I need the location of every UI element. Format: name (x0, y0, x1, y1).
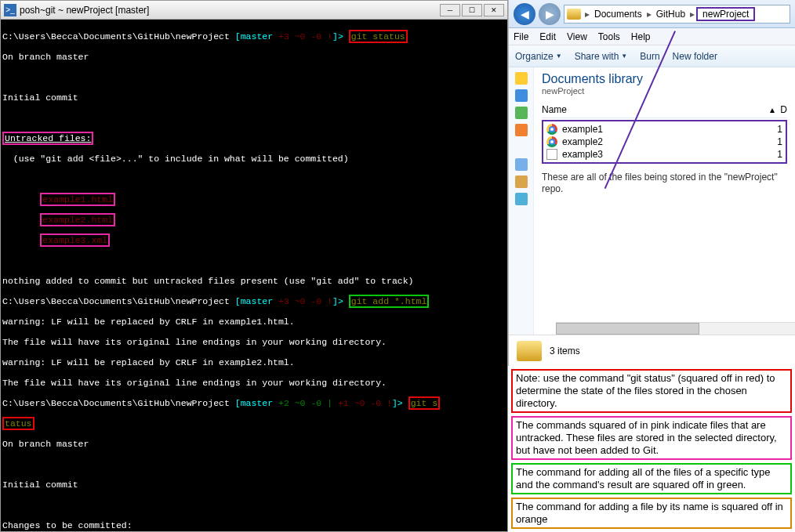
file-list: example1 1 example2 1 example3 1 (542, 120, 787, 164)
terminal-output[interactable]: C:\Users\Becca\Documents\GitHub\newProje… (1, 20, 507, 531)
note-pink: The commands squared of in pink indicate… (511, 416, 792, 460)
file-row[interactable]: example2 1 (546, 136, 782, 148)
library-title: Documents library (542, 72, 787, 86)
terminal-window: >_ posh~git ~ newProject [master] ─ ☐ ✕ … (0, 0, 508, 532)
menu-file[interactable]: File (514, 31, 528, 42)
nav-forward-button[interactable]: ▶ (539, 3, 561, 25)
chevron-right-icon: ▸ (583, 9, 591, 20)
untracked-files-box: example1.html (40, 193, 115, 206)
menu-edit[interactable]: Edit (539, 31, 556, 42)
folder-icon (517, 341, 542, 361)
powershell-icon: >_ (4, 4, 16, 16)
recent-icon[interactable] (515, 124, 528, 136)
maximize-button[interactable]: ☐ (462, 4, 482, 16)
menu-tools[interactable]: Tools (598, 31, 620, 42)
titlebar: >_ posh~git ~ newProject [master] ─ ☐ ✕ (1, 1, 507, 20)
toolbar-share[interactable]: Share with▼ (575, 51, 628, 62)
prompt-path: C:\Users\Becca\Documents\GitHub\newProje… (2, 31, 230, 42)
minimize-button[interactable]: ─ (440, 4, 460, 16)
folder-icon (567, 9, 581, 20)
file-name: example3 (562, 149, 772, 160)
explorer-statusbar: 3 items (509, 335, 795, 366)
note-red: Note: use the command "git status" (squa… (511, 369, 792, 413)
toolbar-newfolder[interactable]: New folder (673, 51, 717, 62)
explorer-sidebar (509, 67, 534, 335)
note-orange: The command for adding a file by its nam… (511, 498, 792, 529)
music-icon[interactable] (515, 193, 528, 205)
explorer-window: ◀ ▶ ▸ Documents ▸ GitHub ▸ newProject Fi… (508, 0, 795, 366)
desktop-icon[interactable] (515, 89, 528, 102)
crumb-documents[interactable]: Documents (591, 9, 645, 20)
chevron-right-icon: ▸ (645, 9, 653, 20)
cmd-git-status: git status (349, 30, 408, 43)
nav-back-button[interactable]: ◀ (514, 3, 535, 25)
chevron-right-icon: ▸ (688, 9, 696, 20)
menu-help[interactable]: Help (631, 31, 651, 42)
column-header[interactable]: Name ▴ D (542, 102, 787, 118)
horizontal-scrollbar[interactable] (556, 322, 795, 335)
sort-indicator-icon: ▴ (764, 104, 780, 115)
chevron-down-icon: ▼ (621, 52, 627, 60)
status-text: 3 items (550, 346, 580, 356)
documents-icon[interactable] (515, 176, 528, 188)
explorer-annotation: These are all of the files being stored … (542, 172, 787, 195)
chevron-down-icon: ▼ (556, 52, 562, 60)
chrome-icon (546, 136, 557, 147)
note-green: The command for adding all of the files … (511, 463, 792, 494)
annotation-notes: Note: use the command "git status" (squa… (508, 366, 795, 532)
cmd-git-add-html: git add *.html (349, 295, 430, 308)
col-name[interactable]: Name (542, 104, 764, 115)
chrome-icon (546, 124, 557, 135)
crumb-github[interactable]: GitHub (653, 9, 688, 20)
document-icon (546, 149, 557, 160)
file-name: example1 (562, 124, 772, 135)
toolbar-organize[interactable]: Organize▼ (515, 51, 562, 62)
crumb-newproject[interactable]: newProject (696, 7, 755, 21)
explorer-toolbar: Organize▼ Share with▼ Burn New folder (509, 45, 795, 67)
file-name: example2 (562, 136, 772, 147)
library-subtitle: newProject (542, 86, 787, 96)
cmd-git-status-wrap: git s (408, 396, 441, 410)
scrollbar-thumb[interactable] (556, 323, 699, 335)
explorer-main: Documents library newProject Name ▴ D ex… (534, 67, 795, 335)
col-date[interactable]: D (780, 104, 787, 115)
close-button[interactable]: ✕ (484, 4, 504, 16)
toolbar-burn[interactable]: Burn (640, 51, 659, 62)
file-row[interactable]: example1 1 (546, 123, 782, 136)
downloads-icon[interactable] (515, 107, 528, 119)
explorer-nav: ◀ ▶ ▸ Documents ▸ GitHub ▸ newProject (509, 0, 795, 28)
explorer-menu: File Edit View Tools Help (509, 28, 795, 45)
window-title: posh~git ~ newProject [master] (20, 5, 440, 16)
menu-view[interactable]: View (567, 31, 587, 42)
libraries-icon[interactable] (515, 158, 528, 171)
file-row[interactable]: example3 1 (546, 148, 782, 161)
untracked-header: Untracked files: (2, 132, 93, 145)
breadcrumb[interactable]: ▸ Documents ▸ GitHub ▸ newProject (564, 5, 790, 24)
favorites-icon[interactable] (515, 72, 528, 85)
